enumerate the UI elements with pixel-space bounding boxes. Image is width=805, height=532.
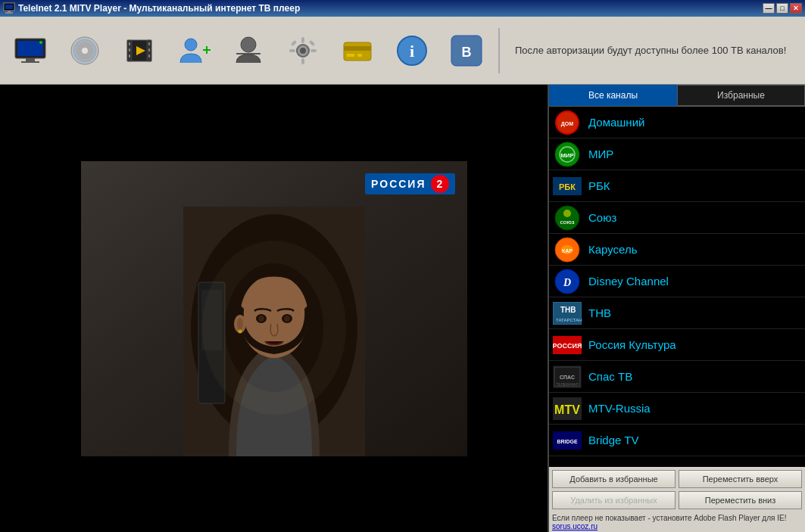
- svg-text:РБК: РБК: [559, 182, 576, 191]
- add-user-icon: [176, 33, 212, 69]
- app-icon: [3, 2, 15, 14]
- svg-text:i: i: [410, 42, 414, 61]
- channel-number-badge: 2: [431, 175, 449, 193]
- svg-text:BRIDGE: BRIDGE: [557, 439, 578, 444]
- remove-from-favorites-button[interactable]: Удалить из избранных: [552, 491, 676, 509]
- svg-rect-33: [310, 49, 317, 52]
- channel-item-soyuz[interactable]: СОЮЗ Союз: [549, 202, 805, 234]
- svg-point-29: [300, 48, 306, 54]
- tv-button[interactable]: [5, 25, 56, 76]
- main-content: РОССИЯ 2: [0, 85, 805, 532]
- disney-logo-shape: D: [554, 268, 581, 295]
- channel-item-spas[interactable]: СПАС ТЕЛЕКАНАЛ Спас ТВ: [549, 361, 805, 393]
- channel-item-rossia-k[interactable]: РОССИЯ Россия Культура: [549, 329, 805, 361]
- move-down-button[interactable]: Переместить вниз: [679, 491, 802, 509]
- channel-name-tnv: ТНВ: [582, 306, 802, 319]
- vk-button[interactable]: В: [441, 25, 492, 76]
- video-player[interactable]: РОССИЯ 2: [81, 161, 467, 456]
- tab-favorites[interactable]: Избранные: [677, 85, 805, 106]
- add-to-favorites-button[interactable]: Добавить в избранные: [552, 470, 676, 488]
- spas-logo-shape: СПАС ТЕЛЕКАНАЛ: [553, 366, 582, 388]
- svg-text:В: В: [462, 45, 472, 60]
- svg-rect-18: [129, 54, 130, 58]
- title-bar: TeleInet 2.1 MITV Player - Мультиканальн…: [0, 0, 805, 17]
- svg-rect-3: [5, 12, 13, 14]
- svg-point-66: [563, 210, 571, 217]
- user-button[interactable]: [223, 25, 274, 76]
- video-scene: РОССИЯ 2: [81, 161, 467, 456]
- channel-logo-spas: СПАС ТЕЛЕКАНАЛ: [552, 362, 582, 391]
- right-panel: Все каналы Избранные ДОМ Домашний: [548, 85, 805, 532]
- dvd-icon: [67, 33, 103, 69]
- channel-logo-mir: МИР: [552, 140, 582, 169]
- mir-logo-shape: МИР: [554, 141, 581, 168]
- svg-text:D: D: [563, 277, 571, 288]
- title-bar-controls[interactable]: — □ ✕: [763, 3, 802, 14]
- payment-button[interactable]: [332, 25, 383, 76]
- svg-point-54: [238, 329, 242, 333]
- svg-point-8: [39, 41, 42, 44]
- channel-item-rbk[interactable]: РБК РБК: [549, 170, 805, 202]
- channel-logo-soyuz: СОЮЗ: [552, 204, 582, 232]
- svg-point-65: [555, 206, 579, 230]
- channel-logo-disney: D: [552, 267, 582, 296]
- channel-logo-domashny: ДОМ: [552, 108, 582, 137]
- soyuz-logo-shape: СОЮЗ: [554, 204, 581, 232]
- svg-point-23: [185, 39, 197, 51]
- karusel-logo-shape: КАР: [554, 236, 581, 263]
- user-icon: [230, 33, 267, 69]
- channel-name-domashny: Домашний: [582, 116, 802, 129]
- close-button[interactable]: ✕: [790, 3, 802, 14]
- channel-name-spas: Спас ТВ: [582, 370, 802, 383]
- video-area: РОССИЯ 2: [0, 85, 548, 532]
- channel-item-karusel[interactable]: КАР Карусель: [549, 234, 805, 266]
- svg-rect-19: [148, 42, 150, 45]
- channel-logo-tnv: ТНВ ТАТАРСТАН: [552, 299, 582, 328]
- add-user-button[interactable]: [168, 25, 220, 76]
- channel-name-rossia-k: Россия Культура: [582, 338, 802, 351]
- svg-rect-17: [129, 48, 130, 51]
- svg-rect-20: [148, 48, 150, 51]
- settings-button[interactable]: [277, 25, 329, 76]
- footer-link[interactable]: sorus.ucoz.ru: [552, 522, 598, 530]
- channel-name-rbk: РБК: [582, 179, 802, 192]
- domashny-logo-shape: ДОМ: [555, 110, 579, 135]
- svg-rect-31: [301, 58, 304, 64]
- svg-text:MTV: MTV: [554, 403, 580, 416]
- svg-rect-7: [21, 61, 39, 63]
- svg-text:СПАС: СПАС: [560, 375, 575, 380]
- channel-logo-karusel: КАР: [552, 235, 582, 264]
- svg-rect-37: [344, 46, 371, 51]
- person-figure: [183, 207, 365, 456]
- svg-text:ДОМ: ДОМ: [561, 121, 573, 127]
- channel-logo-rossia-k: РОССИЯ: [552, 331, 582, 359]
- channel-item-domashny[interactable]: ДОМ Домашний: [549, 107, 805, 138]
- channel-item-disney[interactable]: D Disney Channel: [549, 266, 805, 297]
- toolbar-separator: [498, 28, 500, 73]
- dvd-button[interactable]: [59, 25, 111, 76]
- info-button[interactable]: i: [386, 25, 438, 76]
- channel-item-tnv[interactable]: ТНВ ТАТАРСТАН ТНВ: [549, 297, 805, 329]
- move-up-button[interactable]: Переместить вверх: [679, 470, 802, 488]
- svg-rect-35: [309, 39, 315, 45]
- channel-name-karusel: Карусель: [582, 243, 802, 256]
- channel-item-bridge[interactable]: BRIDGE Bridge TV: [549, 425, 805, 456]
- minimize-button[interactable]: —: [763, 3, 775, 14]
- channel-item-mtv[interactable]: MTV MTV-Russia: [549, 393, 805, 425]
- channel-list[interactable]: ДОМ Домашний МИР МИР: [549, 107, 805, 467]
- svg-rect-1: [5, 5, 13, 9]
- svg-text:ТНВ: ТНВ: [560, 306, 576, 314]
- channel-item-mir[interactable]: МИР МИР: [549, 138, 805, 170]
- title-text: TeleInet 2.1 MITV Player - Мультиканальн…: [18, 3, 300, 14]
- film-icon: [121, 33, 158, 69]
- svg-rect-36: [344, 42, 371, 61]
- settings-icon: [285, 33, 321, 69]
- tv-icon: [12, 33, 48, 69]
- maximize-button[interactable]: □: [776, 3, 788, 14]
- tab-bar: Все каналы Избранные: [549, 85, 805, 107]
- tab-all-channels[interactable]: Все каналы: [549, 85, 677, 106]
- svg-point-53: [237, 318, 243, 330]
- svg-rect-30: [301, 37, 304, 43]
- svg-point-11: [82, 48, 88, 54]
- film-button[interactable]: [114, 25, 165, 76]
